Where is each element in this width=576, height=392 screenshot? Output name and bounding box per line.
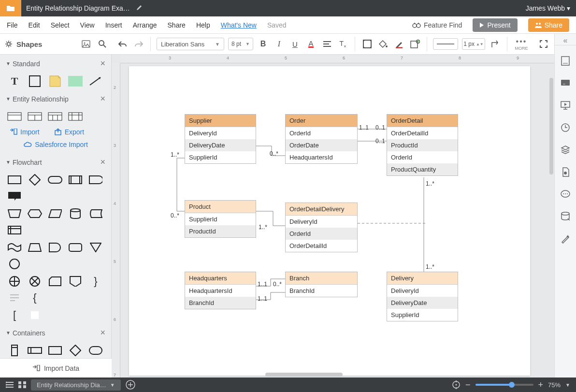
shape-note[interactable] [47, 75, 63, 87]
section-standard[interactable]: ▼ Standard × [0, 55, 111, 73]
shape-fc-terminator[interactable] [47, 174, 63, 186]
shape-fc-predef[interactable] [68, 174, 83, 186]
entity-delivery[interactable]: Delivery DeliveryId DeliveryDate Supplie… [387, 272, 458, 321]
close-icon[interactable]: × [100, 328, 105, 338]
border-color-button[interactable] [393, 38, 405, 50]
rail-data-icon[interactable] [555, 161, 576, 183]
shape-fc-swatch[interactable] [27, 309, 43, 321]
zoom-slider[interactable] [475, 384, 533, 386]
page-tab[interactable]: Entity Relationship Dia… ▼ [31, 379, 121, 391]
shape-style-button[interactable] [361, 38, 373, 50]
import-data-button[interactable]: Import Data [0, 358, 112, 377]
canvas[interactable]: 3 4 5 6 7 8 9 2 3 4 5 6 7 [112, 55, 554, 377]
entity-odd[interactable]: OrderDetailDelivery DeliveryId OrderId O… [285, 203, 358, 252]
rail-history-icon[interactable] [555, 117, 576, 138]
undo-button[interactable] [116, 38, 129, 50]
chevron-down-icon[interactable]: ▼ [565, 382, 570, 388]
shape-fc-para[interactable] [47, 208, 63, 219]
add-page-button[interactable] [126, 380, 135, 390]
menu-select[interactable]: Select [51, 21, 70, 29]
close-icon[interactable]: × [100, 157, 105, 167]
zoom-in-button[interactable]: + [538, 380, 544, 390]
clear-format-button[interactable]: T× [337, 38, 349, 50]
menu-share[interactable]: Share [168, 21, 186, 29]
shape-fc-note[interactable] [7, 292, 22, 304]
shape-text[interactable]: T [7, 75, 22, 87]
shape-fc-hex[interactable] [27, 208, 43, 219]
menu-edit[interactable]: Edit [29, 21, 40, 29]
menu-view[interactable]: View [80, 21, 95, 29]
shape-fc-or[interactable] [27, 276, 43, 287]
shape-fc-db[interactable] [68, 208, 83, 219]
text-color-button[interactable]: A [305, 38, 317, 50]
shape-fc-card[interactable] [47, 276, 63, 287]
underline-button[interactable]: U [289, 38, 301, 50]
shape-block[interactable] [27, 75, 43, 87]
scrollbar-vertical[interactable] [548, 63, 554, 372]
shape-er-4[interactable] [68, 111, 83, 122]
entity-branch[interactable]: Branch BranchId [285, 272, 358, 297]
shape-fc-trap[interactable] [27, 242, 43, 253]
shape-er-2[interactable] [27, 111, 43, 122]
menu-file[interactable]: File [7, 21, 18, 29]
page-surface[interactable]: 1..* 0..* 0..* 1..* 1..1 0..1 0..1 1..* … [129, 66, 530, 376]
bold-button[interactable]: B [257, 38, 269, 50]
shape-er-1[interactable] [7, 111, 22, 122]
shape-fc-sum[interactable] [7, 276, 22, 287]
shape-fc-tape[interactable] [7, 242, 22, 253]
line-style-select[interactable] [433, 38, 458, 50]
fullscreen-button[interactable] [537, 38, 549, 50]
shape-fc-merge[interactable] [88, 242, 103, 253]
line-width-select[interactable]: 1 px▲▼ [462, 38, 485, 50]
font-select[interactable]: Liberation Sans▼ [157, 38, 224, 50]
grid-view-icon[interactable] [18, 381, 26, 388]
folder-button[interactable] [0, 0, 21, 16]
rail-chat-icon[interactable] [555, 184, 576, 205]
entity-hq[interactable]: Headquarters HeadquartersId BranchId [185, 272, 256, 309]
section-er[interactable]: ▼ Entity Relationship × [0, 90, 111, 108]
shape-cont-5[interactable] [88, 345, 103, 356]
edit-title-icon[interactable] [136, 4, 143, 13]
shape-fc-offpage[interactable] [68, 276, 83, 287]
rail-db-icon[interactable] [555, 206, 576, 227]
salesforce-import[interactable]: Salesforce Import [0, 141, 111, 148]
share-button[interactable]: Share [528, 18, 569, 32]
shape-fc-diamond[interactable] [27, 174, 43, 186]
search-icon[interactable] [98, 40, 107, 48]
entity-orderdetail[interactable]: OrderDetail OrderDetailId ProductId Orde… [387, 114, 458, 176]
shape-fc-delay[interactable] [47, 242, 63, 253]
user-menu[interactable]: James Webb ▾ [526, 4, 570, 12]
shape-cont-2[interactable] [27, 345, 43, 356]
menu-help[interactable]: Help [196, 21, 210, 29]
rail-magic-icon[interactable] [555, 228, 576, 249]
zoom-out-button[interactable]: − [465, 380, 471, 390]
shape-fc-brace-l[interactable]: { [27, 292, 43, 304]
shape-er-3[interactable] [47, 111, 63, 122]
line-routing-button[interactable] [489, 38, 501, 50]
menu-arrange[interactable]: Arrange [133, 21, 157, 29]
rail-comment-icon[interactable]: ,, [555, 73, 576, 94]
align-button[interactable] [321, 38, 333, 50]
redo-button[interactable] [132, 38, 144, 50]
rail-present-icon[interactable] [555, 95, 576, 116]
list-view-icon[interactable] [6, 381, 14, 388]
entity-order[interactable]: Order OrderId OrderDate HeadquartersId [285, 114, 358, 164]
shape-line[interactable] [88, 75, 103, 87]
image-icon[interactable] [82, 40, 90, 48]
zoom-level[interactable]: 75% [548, 381, 561, 389]
entity-supplier[interactable]: Supplier DeliveryId DeliveryDate Supplie… [185, 114, 256, 164]
shape-fc-bracket[interactable]: [ [7, 309, 22, 321]
shape-cont-4[interactable] [68, 345, 83, 356]
import-link[interactable]: Import [10, 128, 40, 136]
menu-whats-new[interactable]: What's New [221, 21, 257, 29]
more-button[interactable]: ••• MORE [513, 38, 530, 50]
shape-fc-stored[interactable] [88, 208, 103, 219]
rail-page-icon[interactable] [555, 50, 576, 72]
collapse-rail-icon[interactable]: « [555, 36, 576, 45]
font-size-select[interactable]: 8 pt▼ [228, 38, 253, 50]
shape-cont-3[interactable] [47, 345, 63, 356]
shape-fc-brace-r[interactable]: } [88, 276, 103, 287]
export-link[interactable]: Export [54, 128, 84, 136]
shape-fc-callout[interactable] [7, 190, 22, 202]
shape-fc-connector[interactable] [7, 258, 22, 270]
